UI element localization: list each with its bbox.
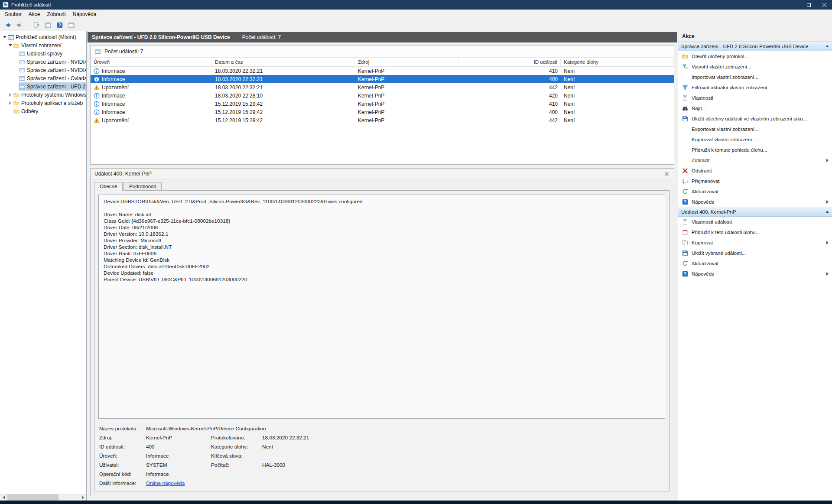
- action-pane-button[interactable]: [66, 20, 77, 30]
- tab-obecne[interactable]: Obecné: [94, 182, 123, 191]
- tree-item-udalosti-spravy[interactable]: Události správy: [0, 49, 86, 58]
- event-row[interactable]: Informace18.03.2020 22:32:21Kernel-PnP40…: [91, 75, 674, 83]
- tree-item-spravce-zarizeni-ovlada[interactable]: Správce zařízení - Ovlada: [0, 74, 86, 82]
- tree-item-content: Protokoly systému Windows: [13, 91, 86, 99]
- scrollbar-thumb[interactable]: [7, 494, 58, 501]
- action-prejmenovat[interactable]: Přejmenovat: [678, 176, 832, 186]
- action-napoveda[interactable]: ?Nápověda: [678, 197, 832, 207]
- online-help-link[interactable]: Online nápověda: [146, 480, 664, 486]
- results-count: Počet událostí: 7: [242, 34, 281, 40]
- event-row[interactable]: Upozornění18.03.2020 22:32:21Kernel-PnP4…: [91, 83, 674, 91]
- tree-item-label: Správce zařízení - UFD 2.0: [27, 84, 86, 90]
- back-icon: [4, 22, 11, 29]
- close-button[interactable]: [816, 0, 832, 10]
- forward-button[interactable]: [14, 20, 25, 30]
- menu-akce[interactable]: Akce: [25, 10, 44, 19]
- tree-item-content: Správce zařízení - NVIDIA: [19, 66, 86, 74]
- open-log-icon: [682, 53, 688, 60]
- scroll-right-button[interactable]: [79, 494, 86, 501]
- column-header-datum-a-cas[interactable]: Datum a čas: [212, 58, 355, 66]
- export-button[interactable]: [31, 20, 42, 30]
- event-category: Není: [561, 83, 674, 91]
- menu-zobrazit[interactable]: Zobrazit: [43, 10, 69, 19]
- column-header-kategorie-ulohy[interactable]: Kategorie úlohy: [561, 58, 674, 66]
- tree-item-odbery[interactable]: Odběry: [0, 107, 86, 115]
- event-row[interactable]: Informace18.03.2020 22:28:10Kernel-PnP42…: [91, 91, 674, 100]
- info-icon: [94, 93, 100, 99]
- tree-item-prohlizec-udalosti-mistni[interactable]: Prohlížeč událostí (Místní): [0, 33, 86, 41]
- tree-item-spravce-zarizeni-nvidia[interactable]: Správce zařízení - NVIDIA: [0, 66, 86, 74]
- event-id: 442: [459, 116, 561, 124]
- tree-item-content: Vlastní zobrazení: [13, 41, 86, 49]
- event-category: Není: [561, 108, 674, 116]
- tree-item-protokoly-systemu-windows[interactable]: Protokoly systému Windows: [0, 91, 86, 99]
- action-pridruzit-k-tomuto-pohledu-ulohu[interactable]: Přidružit k tomuto pohledu úlohu...: [678, 145, 832, 155]
- action-kopirovat-vlastni-zobrazeni[interactable]: Kopírovat vlastní zobrazení...: [678, 134, 832, 145]
- action-otevrit-ulozeny-protokol[interactable]: Otevřít uložený protokol...: [678, 51, 832, 62]
- results-body: Počet událostí: 7 ÚroveňDatum a časZdroj…: [88, 42, 677, 501]
- minimize-button[interactable]: [785, 0, 801, 10]
- event-row[interactable]: Upozornění15.12.2019 15:29:42Kernel-PnP4…: [91, 116, 674, 124]
- action-group-header-spravce-zarizeni-ufd-2-0-silic[interactable]: Správce zařízení - UFD 2.0 Silicon-Power…: [678, 42, 832, 51]
- action-zobrazit[interactable]: Zobrazit: [678, 155, 832, 166]
- action-odstranit[interactable]: Odstranit: [678, 166, 832, 176]
- collapse-arrow-icon[interactable]: [7, 101, 13, 105]
- menu-soubor[interactable]: Soubor: [1, 10, 25, 19]
- action-vlastnosti[interactable]: Vlastnosti: [678, 93, 832, 103]
- action-kopirovat[interactable]: Kopírovat: [678, 237, 832, 248]
- tree-item-spravce-zarizeni-ufd-2-0[interactable]: Správce zařízení - UFD 2.0: [0, 82, 86, 91]
- action-vytvorit-vlastni-zobrazeni[interactable]: Vytvořit vlastní zobrazení...: [678, 62, 832, 72]
- event-level-text: Informace: [102, 76, 125, 82]
- warning-icon: [94, 117, 100, 124]
- scroll-left-button[interactable]: [0, 494, 7, 501]
- tree-item-spravce-zarizeni-nvidia[interactable]: Správce zařízení - NVIDIA: [0, 58, 86, 66]
- column-header-id-udalosti[interactable]: ID události: [459, 58, 561, 66]
- action-aktualizovat[interactable]: Aktualizovat: [678, 258, 832, 269]
- window-titlebar[interactable]: Prohlížeč událostí: [0, 0, 832, 10]
- event-source: Kernel-PnP: [355, 67, 459, 75]
- event-level-text: Informace: [102, 109, 125, 115]
- tree-item-protokoly-aplikaci-a-sluzeb[interactable]: Protokoly aplikací a služeb: [0, 99, 86, 107]
- action-group-header-udalost-400-kernel-pnp[interactable]: Událost 400, Kernel-PnP: [678, 207, 832, 217]
- column-header-uroven[interactable]: Úroveň: [91, 58, 212, 66]
- events-count-label: Počet událostí: 7: [104, 49, 143, 55]
- action-exportovat-vlastni-zobrazeni[interactable]: Exportovat vlastní zobrazení...: [678, 124, 832, 134]
- action-filtrovat-aktualni-vlastni-zobrazeni[interactable]: Filtrovat aktuální vlastní zobrazení...: [678, 82, 832, 93]
- event-level-text: Informace: [102, 101, 125, 107]
- event-viewer-window: Prohlížeč událostí SouborAkceZobrazitNáp…: [0, 0, 832, 501]
- action-najit[interactable]: Najít...: [678, 103, 832, 114]
- expand-arrow-icon[interactable]: [2, 36, 7, 38]
- action-ulozit-vsechny-udalosti-ve-vlastnim-zobrazeni-jako[interactable]: Uložit všechny události ve vlastním zobr…: [678, 114, 832, 124]
- maximize-button[interactable]: [801, 0, 816, 10]
- blank-icon: [682, 147, 688, 153]
- action-item-label: Importovat vlastní zobrazení...: [692, 75, 758, 80]
- view-icon: [19, 84, 25, 90]
- tree-container: Prohlížeč událostí (Místní)Vlastní zobra…: [0, 33, 86, 115]
- collapse-arrow-icon[interactable]: [7, 93, 13, 97]
- action-aktualizovat[interactable]: Aktualizovat: [678, 186, 832, 197]
- toolbar: ?: [0, 19, 832, 31]
- event-row[interactable]: Informace18.03.2020 22:32:21Kernel-PnP41…: [91, 67, 674, 75]
- action-importovat-vlastni-zobrazeni[interactable]: Importovat vlastní zobrazení...: [678, 72, 832, 82]
- action-ulozit-vybrane-udalosti[interactable]: Uložit vybrané události...: [678, 248, 832, 258]
- menu-napoveda[interactable]: Nápověda: [69, 10, 100, 19]
- event-row[interactable]: Informace15.12.2019 15:29:42Kernel-PnP41…: [91, 100, 674, 108]
- expand-arrow-icon[interactable]: [7, 44, 13, 46]
- console-tree-button[interactable]: [43, 20, 53, 30]
- detail-close-button[interactable]: [663, 170, 670, 177]
- detail-tab-page: Device USBSTOR\Disk&Ven_UFD_2.0&Prod_Sil…: [94, 190, 670, 491]
- tree-item-label: Odběry: [21, 108, 38, 114]
- action-vlastnosti-udalosti[interactable]: Vlastnosti události: [678, 217, 832, 227]
- help-icon: ?: [57, 22, 63, 28]
- tree-item-vlastni-zobrazeni[interactable]: Vlastní zobrazení: [0, 41, 86, 49]
- column-header-zdroj[interactable]: Zdroj: [355, 58, 459, 66]
- svg-text:?: ?: [684, 199, 686, 204]
- back-button[interactable]: [3, 20, 13, 30]
- tree-horizontal-scrollbar[interactable]: [0, 494, 86, 501]
- tab-podrobnosti[interactable]: Podrobnosti: [124, 182, 161, 191]
- action-napoveda[interactable]: ?Nápověda: [678, 269, 832, 279]
- help-button[interactable]: ?: [55, 20, 65, 30]
- event-row[interactable]: Informace15.12.2019 15:29:42Kernel-PnP40…: [91, 108, 674, 116]
- event-id: 410: [459, 100, 561, 108]
- action-pridruzit-k-teto-udalosti-ulohu[interactable]: Přidružit k této události úlohu...: [678, 227, 832, 237]
